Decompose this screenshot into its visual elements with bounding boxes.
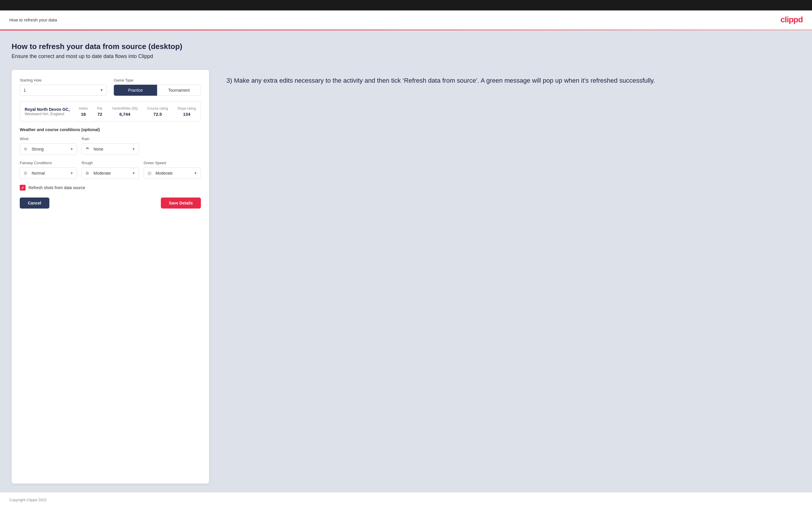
starting-hole-select-wrapper: 1 ▼ <box>20 85 107 96</box>
stat-yards: Yards/White (M)) 6,744 <box>112 106 138 117</box>
starting-hole-select[interactable]: 1 <box>20 85 107 96</box>
page-heading: How to refresh your data from source (de… <box>12 42 800 51</box>
slope-rating-value: 134 <box>177 112 196 117</box>
green-icon <box>148 170 153 176</box>
yards-label: Yards/White (M)) <box>112 106 138 111</box>
practice-button[interactable]: Practice <box>114 85 157 96</box>
rain-icon <box>85 146 91 152</box>
fairway-icon <box>23 170 29 176</box>
wind-arrow: ▼ <box>70 147 73 151</box>
main-content: How to refresh your data from source (de… <box>0 31 812 492</box>
starting-hole-label: Starting Hole <box>20 78 107 82</box>
fairway-group: Fairway Conditions Normal ▼ <box>20 161 77 179</box>
rain-value: None <box>94 147 132 152</box>
fairway-label: Fairway Conditions <box>20 161 77 165</box>
button-row: Cancel Save Details <box>20 198 201 209</box>
content-area: Starting Hole 1 ▼ Game Type Practice Tou… <box>12 70 800 484</box>
starting-hole-group: Starting Hole 1 ▼ <box>20 78 107 96</box>
green-arrow: ▼ <box>194 171 197 175</box>
top-bar <box>0 0 812 10</box>
rain-select[interactable]: None ▼ <box>82 143 139 155</box>
course-location: Westward Ho!, England <box>25 112 70 116</box>
footer: Copyright Clippd 2022 <box>0 492 812 507</box>
stat-slope-rating: Slope rating 134 <box>177 106 196 117</box>
rough-value: Moderate <box>94 171 132 175</box>
green-select[interactable]: Moderate ▼ <box>144 167 201 179</box>
par-value: 72 <box>97 112 102 117</box>
fairway-arrow: ▼ <box>70 171 73 175</box>
green-label: Green Speed <box>144 161 201 165</box>
header-title: How to refresh your data <box>9 17 57 22</box>
wind-label: Wind <box>20 136 77 141</box>
stat-holes: Holes 18 <box>79 106 88 117</box>
game-type-group: Game Type Practice Tournament <box>114 78 201 96</box>
save-button[interactable]: Save Details <box>161 198 201 209</box>
green-value: Moderate <box>156 171 194 175</box>
wind-group: Wind Strong ▼ <box>20 136 77 155</box>
stat-par: Par 72 <box>97 106 102 117</box>
header: How to refresh your data clippd <box>0 10 812 30</box>
par-label: Par <box>97 106 102 111</box>
course-info: Royal North Devon GC, Westward Ho!, Engl… <box>25 107 70 116</box>
green-group: Green Speed Moderate ▼ <box>144 161 201 179</box>
row-conditions: Fairway Conditions Normal ▼ Rough Modera… <box>20 161 201 179</box>
page-subheading: Ensure the correct and most up to date d… <box>12 53 800 59</box>
refresh-label: Refresh shots from data source <box>29 185 85 190</box>
course-rating-label: Course rating <box>147 106 168 111</box>
rough-group: Rough Moderate ▼ <box>82 161 139 179</box>
rough-icon <box>85 170 91 176</box>
course-stats: Holes 18 Par 72 Yards/White (M)) 6,744 C… <box>79 106 196 117</box>
form-panel: Starting Hole 1 ▼ Game Type Practice Tou… <box>12 70 209 484</box>
game-type-label: Game Type <box>114 78 201 82</box>
holes-value: 18 <box>79 112 88 117</box>
game-type-buttons: Practice Tournament <box>114 85 201 96</box>
instruction-panel: 3) Make any extra edits necessary to the… <box>226 70 800 484</box>
wind-value: Strong <box>32 147 70 152</box>
course-rating-value: 72.5 <box>147 112 168 117</box>
row-wind-rain: Wind Strong ▼ Rain None ▼ <box>20 136 201 155</box>
stat-course-rating: Course rating 72.5 <box>147 106 168 117</box>
refresh-checkbox[interactable] <box>20 185 26 190</box>
rain-arrow: ▼ <box>132 147 135 151</box>
instruction-text: 3) Make any extra edits necessary to the… <box>226 76 800 85</box>
slope-rating-label: Slope rating <box>177 106 196 111</box>
rough-label: Rough <box>82 161 139 165</box>
wind-icon <box>23 146 29 152</box>
fairway-select[interactable]: Normal ▼ <box>20 167 77 179</box>
rain-label: Rain <box>82 136 139 141</box>
rough-arrow: ▼ <box>132 171 135 175</box>
spacer-group <box>144 136 201 155</box>
refresh-checkbox-row: Refresh shots from data source <box>20 185 201 190</box>
rain-group: Rain None ▼ <box>82 136 139 155</box>
yards-value: 6,744 <box>112 112 138 117</box>
cancel-button[interactable]: Cancel <box>20 198 49 209</box>
course-name: Royal North Devon GC, <box>25 107 70 112</box>
conditions-label: Weather and course conditions (optional) <box>20 127 201 132</box>
logo: clippd <box>781 15 803 24</box>
form-row-game: Starting Hole 1 ▼ Game Type Practice Tou… <box>20 78 201 96</box>
wind-select[interactable]: Strong ▼ <box>20 143 77 155</box>
course-card: Royal North Devon GC, Westward Ho!, Engl… <box>20 102 201 121</box>
copyright-text: Copyright Clippd 2022 <box>9 498 47 502</box>
rough-select[interactable]: Moderate ▼ <box>82 167 139 179</box>
holes-label: Holes <box>79 106 88 111</box>
fairway-value: Normal <box>32 171 70 175</box>
tournament-button[interactable]: Tournament <box>157 85 201 96</box>
